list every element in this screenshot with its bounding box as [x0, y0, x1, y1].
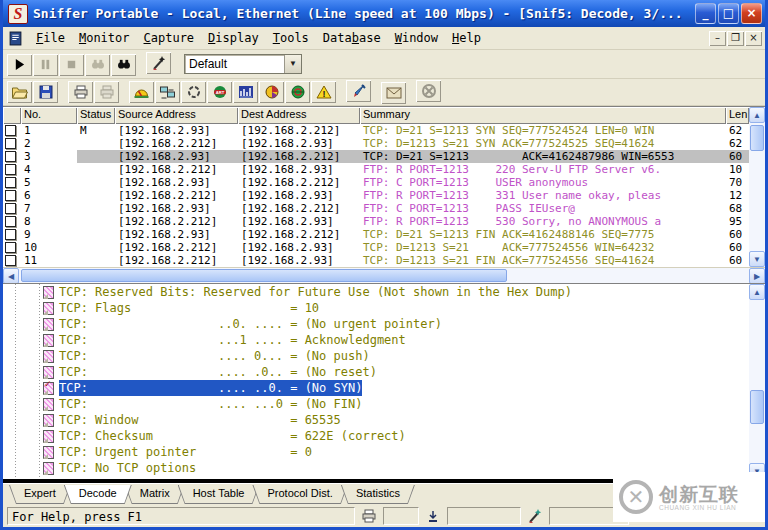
- menu-window[interactable]: Window: [388, 28, 445, 48]
- row-checkbox[interactable]: [5, 203, 16, 214]
- alarm-log-button[interactable]: !: [311, 81, 336, 103]
- decode-text: TCP: Checksum = 622E (correct): [59, 428, 406, 444]
- protocol-distribution-button[interactable]: [259, 81, 284, 103]
- host-table-button[interactable]: [155, 81, 180, 103]
- row-checkbox[interactable]: [5, 164, 16, 175]
- binoculars-icon: [116, 58, 132, 71]
- row-checkbox[interactable]: [5, 125, 16, 136]
- decode-line-1[interactable]: TCP: Reserved Bits: Reserved for Future …: [3, 284, 749, 300]
- define-filter-button[interactable]: [146, 52, 171, 74]
- tab-matrix[interactable]: Matrix: [125, 485, 185, 504]
- scroll-up-icon[interactable]: ▲: [749, 284, 765, 300]
- dashboard-button[interactable]: [129, 81, 154, 103]
- row-checkbox[interactable]: [5, 177, 16, 188]
- menu-file[interactable]: File: [29, 28, 72, 48]
- maximize-button[interactable]: □: [718, 3, 739, 24]
- decode-line-7[interactable]: ✓TCP: .... ..0. = (No SYN): [3, 380, 749, 396]
- decode-line-4[interactable]: TCP: ...1 .... = Acknowledgment: [3, 332, 749, 348]
- packet-horizontal-scrollbar[interactable]: ◀ ▶: [3, 267, 765, 283]
- packet-row-11[interactable]: 11[192.168.2.212][192.168.2.93]TCP: D=12…: [3, 254, 749, 267]
- print-button[interactable]: [68, 81, 93, 103]
- filter-combobox[interactable]: Default ▼: [184, 54, 302, 74]
- decode-line-3[interactable]: TCP: ..0. .... = (No urgent pointer): [3, 316, 749, 332]
- packet-hscrollbar-thumb[interactable]: [21, 269, 507, 282]
- protocol-field-icon: [43, 462, 54, 475]
- open-file-button[interactable]: [7, 81, 32, 103]
- row-checkbox[interactable]: [5, 151, 16, 162]
- tab-protocol-dist-[interactable]: Protocol Dist.: [252, 485, 347, 504]
- tab-label: Decode: [65, 485, 131, 503]
- packet-row-4[interactable]: 4[192.168.2.212][192.168.2.93]FTP: R POR…: [3, 163, 749, 176]
- tab-host-table[interactable]: Host Table: [178, 485, 260, 504]
- packet-row-3[interactable]: 3[192.168.2.93][192.168.2.212]TCP: D=21 …: [3, 150, 749, 163]
- row-checkbox[interactable]: [5, 255, 16, 266]
- column-header-status[interactable]: Status: [77, 107, 115, 124]
- column-header-dest-address[interactable]: Dest Address: [238, 107, 360, 124]
- decode-vertical-scrollbar[interactable]: ▲ ▼: [749, 284, 765, 479]
- history-samples-button[interactable]: [233, 81, 258, 103]
- packet-row-6[interactable]: 6[192.168.2.212][192.168.2.93]FTP: R POR…: [3, 189, 749, 202]
- capture-panel-button[interactable]: [346, 80, 371, 102]
- column-header-select[interactable]: [3, 107, 21, 124]
- row-checkbox[interactable]: [5, 138, 16, 149]
- address-book-button[interactable]: [381, 82, 406, 104]
- decode-line-8[interactable]: TCP: .... ...0 = (No FIN): [3, 396, 749, 412]
- art-button[interactable]: ART: [207, 81, 232, 103]
- row-checkbox[interactable]: [5, 229, 16, 240]
- menu-help[interactable]: Help: [445, 28, 488, 48]
- mdi-restore-button[interactable]: ❐: [727, 31, 744, 46]
- scroll-up-icon[interactable]: ▲: [749, 107, 765, 123]
- cell-status: [77, 228, 115, 241]
- global-statistics-button[interactable]: [285, 81, 310, 103]
- mdi-minimize-button[interactable]: –: [709, 31, 726, 46]
- column-header-len[interactable]: Len: [726, 107, 749, 124]
- cell-len: 60: [726, 228, 749, 241]
- packet-row-2[interactable]: 2[192.168.2.212][192.168.2.93]TCP: D=121…: [3, 137, 749, 150]
- chevron-down-icon[interactable]: ▼: [284, 55, 301, 73]
- packet-row-10[interactable]: 10[192.168.2.212][192.168.2.93]TCP: D=12…: [3, 241, 749, 254]
- tab-statistics[interactable]: Statistics: [341, 485, 415, 504]
- decode-scrollbar-thumb[interactable]: [750, 390, 764, 424]
- packet-row-9[interactable]: 9[192.168.2.93][192.168.2.212]TCP: D=21 …: [3, 228, 749, 241]
- scroll-right-icon[interactable]: ▶: [749, 268, 765, 284]
- packet-row-7[interactable]: 7[192.168.2.93][192.168.2.212]FTP: C POR…: [3, 202, 749, 215]
- column-header-no-[interactable]: No.: [21, 107, 77, 124]
- printer-dim-icon: [99, 85, 115, 99]
- decode-line-2[interactable]: TCP: Flags = 10: [3, 300, 749, 316]
- tab-decode[interactable]: Decode: [64, 485, 132, 504]
- decode-line-10[interactable]: TCP: Checksum = 622E (correct): [3, 428, 749, 444]
- packet-vertical-scrollbar[interactable]: ▲ ▼: [749, 107, 765, 267]
- menu-display[interactable]: Display: [201, 28, 266, 48]
- row-checkbox[interactable]: [5, 190, 16, 201]
- menu-database[interactable]: Database: [316, 28, 388, 48]
- column-header-summary[interactable]: Summary: [360, 107, 726, 124]
- decode-line-9[interactable]: TCP: Window = 65535: [3, 412, 749, 428]
- scroll-down-icon[interactable]: ▼: [749, 251, 765, 267]
- cell-source: [192.168.2.212]: [115, 215, 238, 228]
- menu-capture[interactable]: Capture: [137, 28, 202, 48]
- packet-scrollbar-thumb[interactable]: [750, 125, 764, 151]
- matrix-button[interactable]: [181, 81, 206, 103]
- packet-row-1[interactable]: 1M[192.168.2.93][192.168.2.212]TCP: D=21…: [3, 124, 749, 137]
- decode-line-5[interactable]: TCP: .... 0... = (No push): [3, 348, 749, 364]
- decode-line-11[interactable]: TCP: Urgent pointer = 0: [3, 444, 749, 460]
- cell-status: [77, 137, 115, 150]
- globe-icon: [290, 85, 306, 99]
- menu-monitor[interactable]: Monitor: [72, 28, 137, 48]
- display-capture-button[interactable]: [111, 54, 136, 76]
- column-header-source-address[interactable]: Source Address: [115, 107, 238, 124]
- decode-line-6[interactable]: TCP: .... .0.. = (No reset): [3, 364, 749, 380]
- row-checkbox[interactable]: [5, 216, 16, 227]
- row-checkbox[interactable]: [5, 242, 16, 253]
- packet-row-5[interactable]: 5[192.168.2.93][192.168.2.212]FTP: C POR…: [3, 176, 749, 189]
- tab-expert[interactable]: Expert: [9, 485, 71, 504]
- minimize-button[interactable]: _: [695, 3, 716, 24]
- cell-summary: TCP: D=1213 S=21 FIN ACK=777524556 SEQ=4…: [360, 254, 726, 267]
- packet-row-8[interactable]: 8[192.168.2.212][192.168.2.93]FTP: R POR…: [3, 215, 749, 228]
- menu-tools[interactable]: Tools: [266, 28, 316, 48]
- close-button[interactable]: ×: [741, 3, 762, 24]
- start-capture-button[interactable]: [7, 54, 32, 76]
- mdi-close-button[interactable]: ×: [745, 31, 762, 46]
- save-button[interactable]: [33, 81, 58, 103]
- scroll-left-icon[interactable]: ◀: [3, 268, 19, 284]
